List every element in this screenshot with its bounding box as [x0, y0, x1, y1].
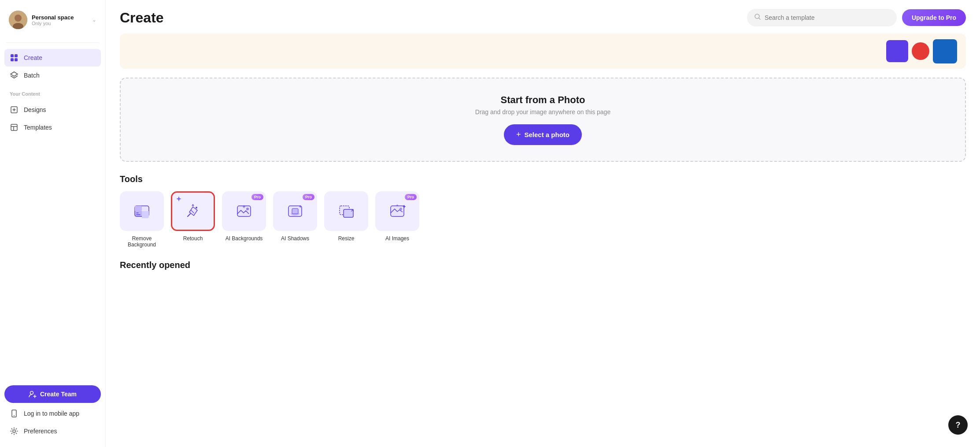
svg-rect-15 [135, 206, 142, 211]
ai-shadows-label: AI Shadows [281, 235, 309, 242]
sidebar-item-templates[interactable]: Templates [4, 119, 101, 136]
select-photo-button[interactable]: + Select a photo [504, 124, 582, 145]
svg-rect-3 [11, 54, 14, 57]
templates-icon [10, 123, 18, 132]
sidebar-bottom: Create Team Log in to mobile app Prefere… [0, 381, 105, 447]
svg-rect-5 [11, 58, 14, 61]
user-subtitle: Only you [32, 21, 88, 26]
search-bar[interactable] [747, 9, 897, 26]
mobile-icon [10, 409, 18, 418]
ai-backgrounds-icon-wrap: Pro [222, 191, 266, 231]
sidebar-item-batch[interactable]: Batch [4, 67, 101, 84]
divider [6, 42, 99, 43]
pro-badge-ai-backgrounds: Pro [251, 194, 263, 200]
resize-icon-wrap [324, 191, 368, 231]
resize-svg [337, 201, 356, 221]
remove-bg-icon-wrap [120, 191, 164, 231]
svg-point-12 [13, 430, 15, 432]
create-team-label: Create Team [40, 391, 77, 398]
ai-images-label: AI Images [385, 235, 409, 242]
svg-rect-6 [15, 58, 18, 61]
tool-resize[interactable]: Resize [324, 191, 368, 248]
svg-point-9 [30, 391, 33, 395]
retouch-icon-wrap [171, 191, 215, 231]
svg-point-1 [15, 15, 22, 22]
gear-icon [10, 427, 18, 436]
tool-ai-backgrounds[interactable]: Pro AI Backgrounds [222, 191, 266, 248]
banner-decorations [886, 39, 957, 63]
pro-badge-ai-images: Pro [405, 194, 417, 200]
tool-ai-images[interactable]: Pro AI Images [375, 191, 419, 248]
create-label: Create [24, 54, 42, 61]
svg-point-11 [14, 415, 15, 416]
user-name: Personal space [32, 14, 88, 21]
remove-bg-label: RemoveBackground [128, 235, 156, 248]
tool-retouch[interactable]: Retouch [171, 191, 215, 248]
designs-label: Designs [24, 106, 46, 113]
person-plus-icon [29, 390, 37, 398]
grid-icon [10, 53, 18, 62]
login-mobile-label: Log in to mobile app [24, 410, 79, 417]
svg-rect-8 [11, 124, 17, 130]
avatar [9, 11, 27, 29]
promo-banner [120, 34, 966, 69]
select-photo-label: Select a photo [524, 131, 570, 138]
svg-point-19 [246, 208, 249, 210]
tools-section-title: Tools [120, 174, 966, 184]
plus-icon: + [516, 130, 521, 139]
tools-section: Tools RemoveBackground [120, 174, 966, 248]
sidebar-top: Personal space Only you ⌄ [0, 0, 105, 39]
page-title: Create [120, 10, 164, 26]
design-icon [10, 105, 18, 114]
sparkle-icon [175, 195, 183, 203]
your-content-label: Your Content [0, 87, 105, 98]
ai-shadows-icon-wrap: Pro [273, 191, 317, 231]
layers-icon [10, 71, 18, 80]
sidebar-item-designs[interactable]: Designs [4, 101, 101, 119]
photo-section: Start from a Photo Drag and drop your im… [120, 78, 966, 162]
banner-shape-3 [933, 39, 957, 63]
ai-images-icon-wrap: Pro [375, 191, 419, 231]
sidebar-item-create[interactable]: Create [4, 49, 101, 67]
retouch-label: Retouch [183, 235, 203, 242]
remove-bg-svg [132, 201, 152, 221]
create-team-button[interactable]: Create Team [4, 385, 101, 403]
main-nav: Create Batch [0, 46, 105, 87]
banner-shape-1 [886, 40, 908, 62]
sidebar-item-login-mobile[interactable]: Log in to mobile app [4, 405, 101, 422]
banner-shape-2 [912, 42, 929, 60]
resize-label: Resize [338, 235, 355, 242]
search-icon [754, 13, 761, 22]
sidebar-item-preferences[interactable]: Preferences [4, 422, 101, 440]
user-section[interactable]: Personal space Only you ⌄ [6, 7, 99, 33]
svg-rect-4 [15, 54, 18, 57]
main-content: Create Upgrade to Pro Start from a Photo [106, 0, 980, 447]
svg-rect-22 [292, 209, 298, 214]
help-button[interactable]: ? [948, 415, 968, 435]
chevron-down-icon: ⌄ [92, 17, 96, 23]
ai-shadows-svg [285, 201, 305, 221]
avatar-image [9, 11, 27, 29]
upgrade-to-pro-button[interactable]: Upgrade to Pro [902, 9, 966, 26]
tool-remove-background[interactable]: RemoveBackground [120, 191, 164, 248]
search-input[interactable] [765, 14, 890, 21]
header-right: Upgrade to Pro [747, 9, 966, 26]
ai-backgrounds-svg [234, 201, 254, 221]
svg-point-17 [196, 207, 197, 209]
main-header: Create Upgrade to Pro [120, 9, 966, 26]
recently-opened-title: Recently opened [120, 260, 966, 270]
photo-section-title: Start from a Photo [501, 94, 585, 106]
tools-grid: RemoveBackground Retouch [120, 191, 966, 248]
templates-label: Templates [24, 124, 52, 131]
ai-images-svg [388, 201, 407, 221]
user-info: Personal space Only you [32, 14, 88, 26]
content-nav: Designs Templates [0, 98, 105, 139]
sidebar: Personal space Only you ⌄ Create [0, 0, 106, 447]
help-icon: ? [956, 421, 961, 430]
ai-backgrounds-label: AI Backgrounds [226, 235, 263, 242]
spacer [0, 139, 105, 381]
tool-ai-shadows[interactable]: Pro AI Shadows [273, 191, 317, 248]
svg-point-26 [399, 208, 402, 210]
svg-rect-16 [135, 211, 142, 216]
recently-opened-section: Recently opened [120, 260, 966, 270]
